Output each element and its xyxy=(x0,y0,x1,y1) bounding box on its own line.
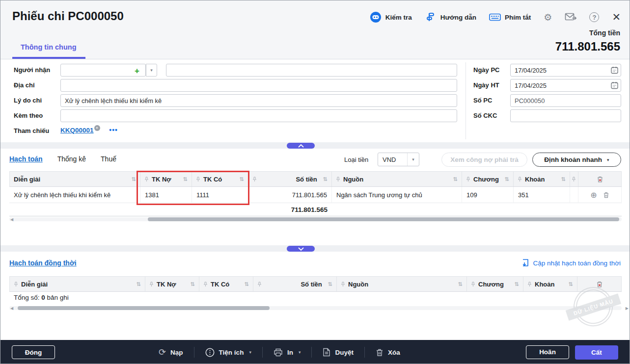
postpone-button[interactable]: Hoãn xyxy=(526,345,569,359)
update-simultaneous-link[interactable]: Cập nhật hạch toán đồng thời xyxy=(520,259,621,268)
shortcut-button[interactable]: Phím tắt xyxy=(489,11,531,23)
cell-tk-no[interactable]: 1381 xyxy=(140,187,192,203)
sort-icon[interactable]: ⇅ xyxy=(453,176,458,182)
col-header-tk-co[interactable]: TK Có ⇅ xyxy=(192,171,248,187)
date-pc-input[interactable] xyxy=(510,64,621,77)
sort-icon[interactable]: ⇅ xyxy=(132,176,136,182)
currency-select[interactable]: VND ▾ xyxy=(378,153,419,166)
col-header-khoan[interactable]: Khoản ⇅ xyxy=(523,276,577,292)
sort-icon[interactable]: ⇅ xyxy=(191,281,195,287)
remove-reference-icon[interactable]: ✕ xyxy=(94,125,100,131)
reference-link[interactable]: KKQ00001 xyxy=(60,127,94,134)
collapse-up-button[interactable] xyxy=(287,143,315,149)
recipient-dropdown-button[interactable]: ▾ xyxy=(146,64,157,77)
tab-thue[interactable]: Thuế xyxy=(101,155,116,163)
accounting-table-row[interactable]: Xử lý chênh lệch thiếu khi kiểm kê 1381 … xyxy=(9,187,622,203)
chevron-down-icon xyxy=(298,247,304,251)
scroll-left-icon[interactable]: ◀ xyxy=(10,217,13,222)
reload-button[interactable]: ⟳ Nạp xyxy=(157,347,185,358)
col-header-chuong[interactable]: Chương ⇅ xyxy=(462,171,514,187)
cell-dien-giai[interactable]: Xử lý chênh lệch thiếu khi kiểm kê xyxy=(9,187,140,203)
number-pc-input[interactable] xyxy=(510,94,621,107)
close-icon[interactable]: ✕ xyxy=(612,11,621,23)
reason-input[interactable] xyxy=(60,94,457,107)
cell-nguon[interactable]: Ngân sách Trung ương tự chủ xyxy=(332,187,462,203)
update-icon xyxy=(520,259,529,268)
guide-button[interactable]: Hướng dẫn xyxy=(425,11,476,23)
col-header-so-tien[interactable]: Số tiền ⇅ xyxy=(253,276,337,292)
delete-button[interactable]: Xóa xyxy=(374,348,402,357)
sort-icon[interactable]: ⇅ xyxy=(505,176,509,182)
scroll-right-icon[interactable]: ▶ xyxy=(626,306,629,311)
add-row-icon[interactable]: ⊕ xyxy=(590,190,597,200)
col-header-nguon[interactable]: Nguồn ⇅ xyxy=(337,276,467,292)
cell-chuong[interactable]: 109 xyxy=(462,187,514,203)
cell-so-tien[interactable]: 711.801.565 xyxy=(248,187,332,203)
delete-all-icon[interactable] xyxy=(597,176,603,183)
simultaneous-title-link[interactable]: Hạch toán đồng thời xyxy=(9,259,77,267)
sort-icon[interactable]: ⇅ xyxy=(137,281,141,287)
tab-hach-toan[interactable]: Hạch toán xyxy=(9,155,43,163)
sort-icon[interactable]: ⇅ xyxy=(183,176,188,182)
address-input[interactable] xyxy=(60,79,457,92)
more-references-icon[interactable]: ••• xyxy=(109,126,118,134)
attachment-input[interactable] xyxy=(60,109,457,122)
footer-divider xyxy=(364,347,365,358)
scrollbar-thumb[interactable] xyxy=(148,217,619,221)
help-icon[interactable]: ? xyxy=(589,12,599,22)
delete-all-icon[interactable] xyxy=(596,281,603,288)
settings-gear-icon[interactable]: ⚙ xyxy=(544,13,552,22)
col-header-chuong[interactable]: Chương ⇅ xyxy=(467,276,523,292)
recipient-name-input[interactable] xyxy=(166,64,457,77)
collapse-down-button[interactable] xyxy=(287,246,315,252)
accounting-total-row: 711.801.565 xyxy=(9,203,622,216)
simultaneous-hscrollbar[interactable]: ◀ ▶ xyxy=(9,306,622,310)
scroll-left-icon[interactable]: ◀ xyxy=(10,306,13,311)
tab-thong-ke[interactable]: Thống kê xyxy=(57,155,86,163)
record-count-value: 0 xyxy=(41,294,45,301)
calendar-icon[interactable] xyxy=(611,66,618,74)
sort-icon[interactable]: ⇅ xyxy=(569,281,573,287)
send-mail-icon[interactable] xyxy=(565,11,576,23)
sort-icon[interactable]: ⇅ xyxy=(561,176,566,182)
save-button[interactable]: Cất xyxy=(575,345,618,360)
date-ht-label: Ngày HT xyxy=(473,81,499,89)
approve-button[interactable]: Duyệt xyxy=(321,348,356,357)
sort-icon[interactable]: ⇅ xyxy=(458,281,463,287)
sort-icon[interactable]: ⇅ xyxy=(240,176,244,182)
shortcut-label: Phím tắt xyxy=(505,14,531,21)
col-header-so-tien[interactable]: Số tiền ⇅ xyxy=(248,171,332,187)
col-header-tk-no[interactable]: TK Nợ ⇅ xyxy=(140,171,192,187)
col-header-dien-giai[interactable]: Diễn giải ⇅ xyxy=(9,171,140,187)
check-button[interactable]: Kiểm tra xyxy=(370,11,412,23)
quick-entry-button[interactable]: Định khoản nhanh ▾ xyxy=(532,153,621,167)
col-header-khoan[interactable]: Khoản ⇅ xyxy=(514,171,570,187)
add-recipient-icon[interactable]: + xyxy=(135,66,139,76)
col-header-tk-no[interactable]: TK Nợ ⇅ xyxy=(145,276,199,292)
sort-icon[interactable]: ⇅ xyxy=(515,281,519,287)
col-header-dien-giai[interactable]: Diễn giải ⇅ xyxy=(9,276,145,292)
payment-voucher-window: Phiếu chi PC000050 Kiểm tra xyxy=(0,0,630,364)
number-ckc-input[interactable] xyxy=(510,109,621,122)
col-header-tk-co[interactable]: TK Có ⇅ xyxy=(199,276,253,292)
utilities-button[interactable]: Tiện ích ▾ xyxy=(203,348,253,357)
cell-tk-co[interactable]: 1111 xyxy=(192,187,248,203)
print-button[interactable]: In ▾ xyxy=(272,348,303,357)
cell-khoan[interactable]: 351 xyxy=(514,187,570,203)
calendar-icon[interactable] xyxy=(611,81,618,89)
view-debt-button[interactable]: Xem công nợ phải trả xyxy=(441,153,527,167)
footer-toolbar: Đóng ⟳ Nạp Tiện ích ▾ In xyxy=(0,340,630,364)
tab-underline xyxy=(12,57,85,59)
recipient-code-input[interactable] xyxy=(60,64,146,77)
accounting-hscrollbar[interactable]: ◀ xyxy=(9,217,622,221)
tab-general-info[interactable]: Thông tin chung xyxy=(21,43,77,51)
date-ht-input[interactable] xyxy=(510,79,621,92)
cell-pin xyxy=(570,187,578,203)
close-button[interactable]: Đóng xyxy=(12,345,55,359)
sort-icon[interactable]: ⇅ xyxy=(323,176,328,182)
sort-icon[interactable]: ⇅ xyxy=(328,281,332,287)
scrollbar-thumb[interactable] xyxy=(18,306,270,310)
delete-row-icon[interactable] xyxy=(603,191,609,199)
sort-icon[interactable]: ⇅ xyxy=(245,281,249,287)
col-header-nguon[interactable]: Nguồn ⇅ xyxy=(332,171,462,187)
